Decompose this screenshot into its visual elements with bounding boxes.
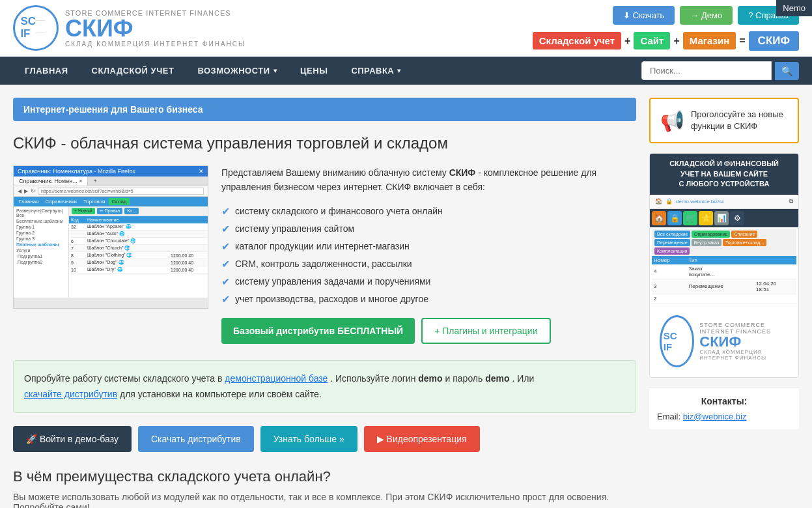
action-buttons: Базовый дистрибутив БЕСПЛАТНЫЙ + Плагины… (221, 318, 636, 344)
mockup-btn-ko[interactable]: Ко... (124, 208, 139, 214)
sidebar-icon-blue[interactable]: 🔒 (667, 211, 682, 225)
feature-text-6: учет производства, расходов и многое дру… (235, 294, 428, 304)
formula-plus1: + (624, 35, 630, 47)
lock-icon: 🔒 (665, 198, 673, 205)
mockup-nav-item-3: Торговля (81, 198, 107, 205)
th-detail (754, 256, 796, 264)
mockup-btn-new[interactable]: + Новый (72, 208, 95, 214)
logo-title-ru: СКИФ (65, 17, 245, 40)
table-row: Шаблон "Auto" 🌐 (69, 231, 208, 238)
nav-item-features[interactable]: ВОЗМОЖНОСТИ ▾ (186, 57, 288, 85)
nav-item-warehouse[interactable]: СКЛАДСКОЙ УЧЕТ (80, 57, 186, 85)
sidebar-nav-icons: 🏠 🔒 🛒 ⭐ 📊 ⚙ (650, 209, 798, 227)
sidebar-icon-gray[interactable]: 📊 (714, 211, 729, 225)
table-row: 32Шаблон "Apparel" 🌐 (69, 223, 208, 231)
demo-link-1[interactable]: демонстрационной базе (225, 373, 328, 384)
btn-free-dist[interactable]: Базовый дистрибутив БЕСПЛАТНЫЙ (221, 318, 415, 344)
sidebar-icon-orange[interactable]: 🏠 (652, 211, 666, 225)
demo-text-3: и пароль (445, 373, 483, 384)
btn-learn-more[interactable]: Узнать больше » (260, 426, 357, 452)
sidebar: 📢 Проголосуйте за новые функции в СКИФ С… (649, 98, 799, 508)
feature-list: ✔систему складского и финансового учета … (221, 203, 636, 308)
demo-login: demo (418, 373, 442, 384)
logo-area: SC── IF── STORE COMMERCE INTERNET FINANC… (13, 5, 245, 51)
check-icon-5: ✔ (221, 275, 230, 288)
op-btn-receipt[interactable]: Оприходование (692, 231, 730, 238)
sidebar-vote[interactable]: 📢 Проголосуйте за новые функции в СКИФ (649, 98, 799, 143)
formula-skladskoy: Складской учет (533, 32, 621, 49)
breadcrumb: Интернет-решения для Вашего бизнеса (13, 98, 636, 121)
op-btn-internal[interactable]: Внутр.заказ (692, 239, 721, 246)
demo-button[interactable]: → Демо (680, 6, 733, 25)
mockup-th-val (169, 216, 208, 223)
mockup-body: Развернуть|Свернуть|Все Бесплатные шабло… (14, 206, 208, 298)
mockup-btn-edit[interactable]: ✏ Правка (97, 208, 123, 214)
op-btn-kit[interactable]: Комплектация (654, 247, 690, 255)
nav-items: ГЛАВНАЯ СКЛАДСКОЙ УЧЕТ ВОЗМОЖНОСТИ ▾ ЦЕН… (13, 57, 413, 85)
op-btn-trade[interactable]: Торговые+склад... (723, 239, 766, 246)
site-header: SC── IF── STORE COMMERCE INTERNET FINANC… (0, 0, 812, 57)
op-btn-move[interactable]: Перемещение (654, 239, 690, 246)
back-icon: ◀ (18, 188, 21, 194)
btn-download-dist[interactable]: Скачать дистрибутив (138, 426, 254, 452)
table-row: 2 (652, 294, 796, 303)
logo-text: STORE COMMERCE INTERNET FINANCES СКИФ СК… (65, 9, 245, 48)
copy-icon: ⧉ (789, 198, 793, 205)
sidebar-icon-yellow[interactable]: ⭐ (699, 211, 713, 225)
mockup-tab-active[interactable]: Справочник: Номен... × (14, 176, 88, 186)
nav-item-home[interactable]: ГЛАВНАЯ (13, 57, 80, 85)
mockup-sidebar-item-5: Группа 3 (15, 236, 67, 242)
th-type: Тип (686, 256, 754, 264)
user-badge: Nemo (776, 0, 812, 16)
close-icon: ✕ (199, 168, 204, 175)
list-item: ✔каталог продукции или интернет-магазин (221, 238, 636, 255)
formula-bar: Складской учет + Сайт + Магазин = СКИФ (533, 31, 799, 51)
btn-videopres[interactable]: ▶ Видеопрезентация (364, 426, 480, 452)
contacts-title: Контакты: (657, 396, 791, 406)
content-area: Интернет-решения для Вашего бизнеса СКИФ… (13, 98, 636, 508)
intro-text: Представляем Вашему вниманию облачную си… (221, 165, 636, 344)
mockup-main-area: + Новый ✏ Правка Ко... Код Наименование … (69, 206, 208, 298)
mockup-nav-item-active: Склад (109, 198, 129, 205)
sidebar-screenshot-header: СКЛАДСКОЙ И ФИНАНСОВЫЙУЧЕТ НА ВАШЕМ САЙТ… (650, 154, 798, 194)
btn-enter-demo[interactable]: 🚀 Войти в демо-базу (13, 426, 132, 452)
mockup-sidebar-item-6: Услуги (15, 247, 67, 253)
mockup-sidebar-item-8: Подгруппа2 (15, 259, 67, 265)
forward-icon: ▶ (24, 188, 28, 194)
url-bar: https://demo.webnice.biz/scif?act=wrhbl&… (38, 188, 204, 195)
contacts-area: Контакты: Email: biz@webnice.biz (649, 388, 799, 429)
mockup-th-name: Наименование (85, 216, 169, 223)
email-link[interactable]: biz@webnice.biz (683, 412, 747, 421)
section2-text-placeholder: Вы можете использовать любой из модулей … (13, 492, 636, 508)
sidebar-icon-dark[interactable]: ⚙ (730, 211, 744, 225)
search-input[interactable] (641, 61, 772, 80)
section2-title: В чём преимущества складского учета онла… (13, 468, 636, 485)
table-row: 10Шаблон "Dry" 🌐1200.00 40 (69, 266, 208, 274)
mockup-title: Справочник: Номенклатура - Mozilla Firef… (18, 168, 135, 175)
mockup-sidebar-item: Развернуть|Свернуть|Все (15, 208, 67, 218)
feature-text-1: систему складского и финансового учета о… (235, 206, 443, 216)
vote-text: Проголосуйте за новые функции в СКИФ (691, 109, 788, 132)
mockup-nav: Главная Справочники Торговля Склад (14, 197, 208, 206)
nav-item-help[interactable]: СПРАВКА ▾ (339, 57, 412, 85)
op-btn-all[interactable]: Все складские (654, 231, 690, 238)
sidebar-skif-text: STORE COMMERCE INTERNET FINANCES СКИФ СК… (699, 322, 789, 361)
sidebar-device-bar: 🏠 🔒 demo.webnice.biz/sc ⧉ (650, 195, 798, 209)
mockup-tab-add[interactable]: + (88, 176, 102, 186)
btn-plugins[interactable]: + Плагины и интеграции (421, 318, 550, 344)
demo-link-2[interactable]: скачайте дистрибутив (24, 389, 117, 399)
formula-plus2: + (673, 35, 679, 47)
check-icon: ✔ (221, 205, 230, 218)
nav-item-prices[interactable]: ЦЕНЫ (288, 57, 339, 85)
formula-skif: СКИФ (749, 31, 799, 51)
search-button[interactable]: 🔍 (775, 62, 799, 80)
download-button[interactable]: ⬇ Скачать (613, 6, 675, 25)
logo-subtitle-ru: СКЛАД КОММЕРЦИЯ ИНТЕРНЕТ ФИНАНСЫ (65, 40, 245, 48)
op-btn-writeoff[interactable]: Списание (731, 231, 757, 238)
demo-text-2: . Используйте логин (330, 373, 415, 384)
demo-block: Опробуйте работу системы складского учет… (13, 360, 636, 414)
feature-text-5: систему управления задачами и поручениям… (235, 276, 430, 287)
check-icon-6: ✔ (221, 293, 230, 305)
sidebar-icon-green[interactable]: 🛒 (683, 211, 697, 225)
demo-text-4: . Или (512, 373, 534, 384)
